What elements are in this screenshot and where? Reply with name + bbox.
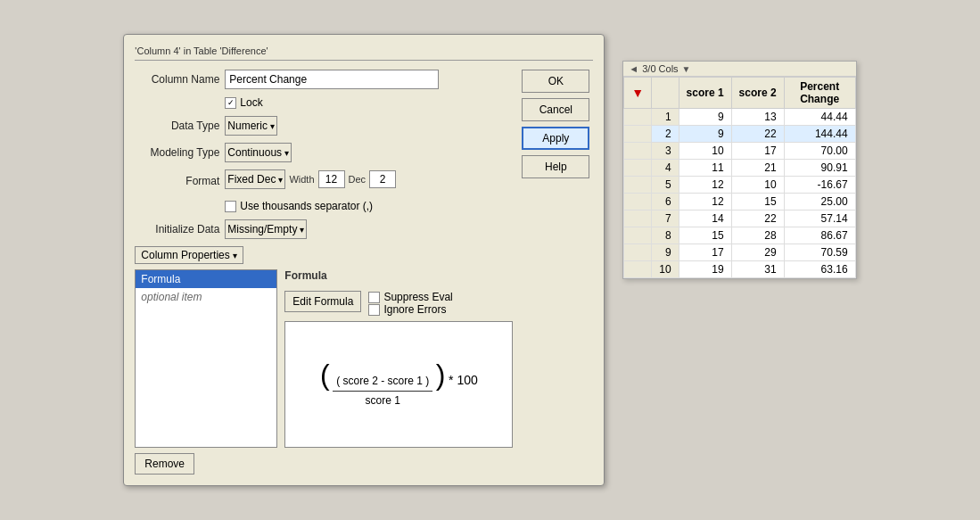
cell-percent-change: 90.91 xyxy=(784,160,855,177)
init-data-select[interactable]: Missing/Empty xyxy=(225,219,307,239)
row-arrow-col xyxy=(624,227,652,244)
row-number: 8 xyxy=(652,227,679,244)
dialog: 'Column 4' in Table 'Difference' Column … xyxy=(123,34,605,486)
cell-score1: 12 xyxy=(679,194,731,210)
cell-score2: 10 xyxy=(731,177,784,194)
red-arrow-icon: ▼ xyxy=(631,86,644,100)
header-rownums xyxy=(652,78,679,109)
apply-label: Apply xyxy=(542,132,569,144)
help-label: Help xyxy=(545,161,567,173)
modeling-type-select[interactable]: Continuous xyxy=(225,143,292,162)
data-type-select[interactable]: Numeric xyxy=(225,116,277,136)
suppress-row: Suppress Eval xyxy=(368,291,452,303)
dialog-title: 'Column 4' in Table 'Difference' xyxy=(135,45,593,61)
cell-score1: 10 xyxy=(679,143,731,160)
row-arrow-col xyxy=(624,177,652,194)
cell-percent-change: -16.67 xyxy=(784,177,855,194)
cell-score2: 22 xyxy=(731,126,784,143)
cell-percent-change: 144.44 xyxy=(784,126,855,143)
lock-label: Lock xyxy=(240,96,262,109)
cell-score1: 15 xyxy=(679,227,731,244)
properties-area: Formula optional item Formula Edit Formu… xyxy=(135,269,513,448)
table-row: 8152886.67 xyxy=(624,227,855,244)
remove-button[interactable]: Remove xyxy=(135,453,194,475)
init-data-value: Missing/Empty xyxy=(227,223,297,235)
col-props-button[interactable]: Column Properties xyxy=(135,246,243,264)
row-number: 10 xyxy=(652,261,679,278)
cell-score1: 14 xyxy=(679,210,731,227)
row-number: 1 xyxy=(652,109,679,126)
edit-formula-button[interactable]: Edit Formula xyxy=(284,291,361,312)
open-paren-outer: ( xyxy=(320,359,330,391)
suppress-checkbox[interactable] xyxy=(368,292,380,303)
dialog-left: Column Name ✓ Lock Data Type Numeric xyxy=(135,70,513,475)
table-row: 4112190.91 xyxy=(624,160,855,177)
cell-percent-change: 44.44 xyxy=(784,109,855,126)
width-input[interactable] xyxy=(318,170,345,188)
lock-checkbox[interactable]: ✓ xyxy=(225,97,236,109)
help-button[interactable]: Help xyxy=(522,155,589,178)
table-body: 191344.442922144.443101770.004112190.915… xyxy=(624,109,855,278)
row-arrow-col xyxy=(624,126,652,143)
cell-score2: 22 xyxy=(731,210,784,227)
apply-button[interactable]: Apply xyxy=(522,127,589,150)
table-row: 2922144.44 xyxy=(624,126,855,143)
header-arrow-col: ▼ xyxy=(624,78,652,109)
nav-left-arrow[interactable]: ◄ xyxy=(629,63,638,74)
format-select[interactable]: Fixed Dec xyxy=(225,169,285,189)
col-props-row: Column Properties xyxy=(135,246,513,264)
cell-score2: 31 xyxy=(731,261,784,278)
row-arrow-col xyxy=(624,194,652,210)
cell-percent-change: 25.00 xyxy=(784,194,855,210)
init-data-row: Initialize Data Missing/Empty xyxy=(135,219,513,239)
col-props-label: Column Properties xyxy=(141,249,229,261)
data-table: ▼ score 1 score 2 PercentChange 191344.4… xyxy=(623,77,855,278)
formula-checkboxes: Suppress Eval Ignore Errors xyxy=(368,291,452,316)
format-value: Fixed Dec xyxy=(227,173,276,186)
cell-score2: 28 xyxy=(731,227,784,244)
width-label: Width xyxy=(289,174,314,185)
ok-button[interactable]: OK xyxy=(522,70,589,93)
column-name-input[interactable] xyxy=(225,70,439,89)
cancel-label: Cancel xyxy=(539,103,572,116)
table-toolbar: ◄ 3/0 Cols ▼ xyxy=(623,62,855,77)
row-arrow-col xyxy=(624,160,652,177)
formula-math: ( ( score 2 - score 1 ) score 1 ) * 100 xyxy=(320,360,478,409)
cell-score2: 21 xyxy=(731,160,784,177)
modeling-type-label: Modeling Type xyxy=(135,146,219,159)
suppress-label: Suppress Eval xyxy=(383,291,452,303)
cancel-button[interactable]: Cancel xyxy=(522,98,589,121)
edit-formula-label: Edit Formula xyxy=(292,295,353,308)
fraction: ( score 2 - score 1 ) score 1 xyxy=(333,374,432,409)
toolbar-dropdown-arrow[interactable]: ▼ xyxy=(682,64,691,74)
cell-score2: 15 xyxy=(731,194,784,210)
list-item-optional[interactable]: optional item xyxy=(136,288,276,306)
numerator: ( score 2 - score 1 ) xyxy=(333,374,432,392)
dec-input[interactable] xyxy=(369,170,396,188)
lock-row: ✓ Lock xyxy=(225,96,513,109)
thousands-row: Use thousands separator (,) xyxy=(225,200,513,212)
formula-display-box: ( ( score 2 - score 1 ) score 1 ) * 100 xyxy=(284,321,513,448)
formula-area: Formula Edit Formula Suppress Eval xyxy=(284,269,513,448)
denominator: score 1 xyxy=(362,392,404,409)
header-percent-change: PercentChange xyxy=(784,78,855,109)
table-row: 9172970.59 xyxy=(624,244,855,261)
row-arrow-col xyxy=(624,210,652,227)
dialog-buttons: OK Cancel Apply Help xyxy=(522,70,593,475)
ignore-row: Ignore Errors xyxy=(368,303,452,316)
cell-score2: 13 xyxy=(731,109,784,126)
format-controls: Fixed Dec Width Dec xyxy=(225,169,396,189)
cell-score1: 9 xyxy=(679,109,731,126)
row-number: 4 xyxy=(652,160,679,177)
cell-percent-change: 63.16 xyxy=(784,261,855,278)
thousands-checkbox[interactable] xyxy=(225,201,236,212)
row-number: 7 xyxy=(652,210,679,227)
ignore-checkbox[interactable] xyxy=(368,304,380,316)
list-item-formula[interactable]: Formula xyxy=(136,270,276,288)
row-arrow-col xyxy=(624,244,652,261)
modeling-type-row: Modeling Type Continuous xyxy=(135,143,513,162)
remove-label: Remove xyxy=(144,458,185,470)
table-grid: ▼ score 1 score 2 PercentChange 191344.4… xyxy=(623,77,855,278)
thousands-label: Use thousands separator (,) xyxy=(240,200,373,212)
header-score2: score 2 xyxy=(731,78,784,109)
